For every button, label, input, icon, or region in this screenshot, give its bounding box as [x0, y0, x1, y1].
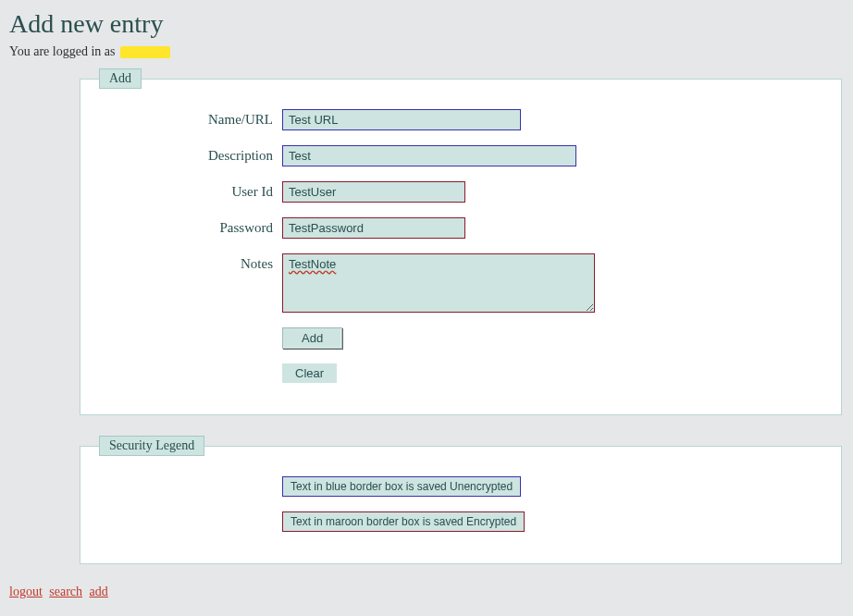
notes-label: Notes: [99, 253, 282, 272]
search-link[interactable]: search: [49, 585, 82, 598]
footer-links: logout search add: [9, 585, 853, 599]
password-input[interactable]: [282, 217, 465, 239]
security-legend-title: Security Legend: [99, 436, 204, 456]
description-label: Description: [99, 145, 282, 164]
clear-button[interactable]: Clear: [282, 363, 337, 383]
username-redacted: [120, 46, 170, 58]
name-label: Name/URL: [99, 109, 282, 128]
name-input[interactable]: [282, 109, 521, 130]
security-legend-fieldset: Security Legend Text in blue border box …: [80, 436, 842, 564]
logged-in-message: You are logged in as: [9, 44, 853, 59]
page-title: Add new entry: [9, 9, 853, 39]
add-button[interactable]: Add: [282, 327, 342, 349]
logged-in-prefix: You are logged in as: [9, 44, 118, 58]
notes-text: TestNote: [289, 257, 336, 271]
legend-encrypted: Text in maroon border box is saved Encry…: [282, 511, 525, 532]
notes-input[interactable]: TestNote: [282, 253, 595, 313]
logout-link[interactable]: logout: [9, 585, 43, 598]
legend-unencrypted: Text in blue border box is saved Unencry…: [282, 476, 521, 497]
userid-input[interactable]: [282, 181, 465, 203]
add-fieldset: Add Name/URL Description User Id Passwor…: [80, 68, 842, 415]
password-label: Password: [99, 217, 282, 236]
description-input[interactable]: [282, 145, 576, 166]
add-link[interactable]: add: [90, 585, 108, 598]
userid-label: User Id: [99, 181, 282, 200]
add-legend: Add: [99, 68, 142, 89]
